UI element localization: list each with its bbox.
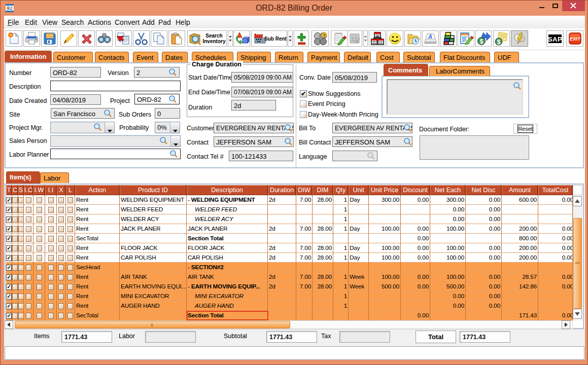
svg-text:$: $ xyxy=(497,38,501,46)
svg-text:$: $ xyxy=(479,38,483,45)
svg-text:Search: Search xyxy=(205,33,222,39)
svg-text:?: ? xyxy=(323,33,326,38)
svg-text:Inventory: Inventory xyxy=(202,39,225,44)
svg-text:Sub Rent: Sub Rent xyxy=(264,36,287,42)
svg-text:SAP: SAP xyxy=(548,35,562,43)
svg-text:EXIT: EXIT xyxy=(570,36,580,42)
svg-text:A: A xyxy=(428,33,432,40)
